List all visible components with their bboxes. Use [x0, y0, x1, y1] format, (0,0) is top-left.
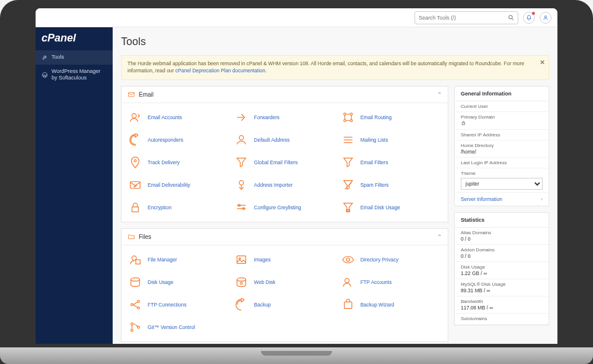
sidebar: cPanel Tools WordPress Manager by Softac… — [36, 27, 113, 344]
alert-link[interactable]: cPanel Deprecation Plan documentation — [176, 68, 266, 74]
tool-default-address[interactable]: Default Address — [232, 130, 336, 149]
sidebar-item-wordpress-manager[interactable]: WordPress Manager by Softaculous — [36, 65, 113, 85]
sidebar-item-label: WordPress Manager by Softaculous — [52, 68, 107, 82]
chevron-right-icon: › — [541, 196, 543, 202]
tool-backup-wizard[interactable]: Backup Wizard — [339, 295, 443, 314]
tool-label: Address Importer — [254, 182, 292, 188]
tool-track-delivery[interactable]: Track Delivery — [126, 153, 230, 172]
svg-point-38 — [131, 329, 133, 331]
wordpress-icon — [42, 72, 48, 78]
stat-alias-domains: Alias Domains0 / 0 — [455, 228, 549, 245]
encryption-icon — [127, 200, 143, 215]
tool-spam-filters[interactable]: Spam Filters — [339, 175, 443, 194]
svg-point-7 — [350, 113, 352, 115]
web-disk-icon — [234, 274, 249, 290]
ftp-connections-icon — [127, 297, 143, 312]
panel-header-email[interactable]: Email ⌃ — [122, 87, 448, 103]
tool-email-accounts[interactable]: Email Accounts — [126, 108, 230, 127]
close-icon[interactable]: ✕ — [540, 58, 545, 67]
tool-label: Email Filters — [361, 159, 388, 165]
account-button[interactable] — [540, 12, 551, 24]
tool-encryption[interactable]: Encryption — [126, 198, 230, 217]
configure-greylisting-icon — [234, 200, 249, 215]
tool-email-disk-usage[interactable]: Email Disk Usage — [339, 198, 443, 217]
autoresponders-icon — [127, 132, 143, 148]
tool-ftp-accounts[interactable]: FTP Accounts — [339, 273, 443, 292]
tool-images[interactable]: Images — [232, 250, 336, 269]
tool-label: FTP Accounts — [361, 279, 392, 285]
notifications-button[interactable] — [523, 12, 535, 24]
address-importer-icon — [234, 177, 249, 193]
tool-label: Disk Usage — [148, 279, 173, 285]
svg-point-32 — [345, 278, 349, 282]
bell-icon — [526, 15, 532, 21]
svg-point-31 — [240, 282, 243, 285]
stat-subdomains: Subdomains — [455, 314, 549, 325]
user-icon — [543, 15, 549, 21]
panel-header-files[interactable]: Files ⌃ — [122, 229, 448, 245]
tool-configure-greylisting[interactable]: Configure Greylisting — [232, 198, 336, 217]
theme-select[interactable]: jupiter — [461, 178, 543, 190]
tool-email-filters[interactable]: Email Filters — [339, 153, 443, 172]
topbar — [36, 8, 557, 27]
tool-label: Spam Filters — [361, 182, 389, 188]
search-wrap — [415, 11, 551, 24]
tool-label: Email Accounts — [148, 114, 182, 120]
tool-email-routing[interactable]: Email Routing — [339, 108, 443, 127]
stat-addon-domains: Addon Domains0 / 0 — [455, 245, 549, 262]
svg-rect-18 — [132, 207, 139, 212]
tool-directory-privacy[interactable]: Directory Privacy — [339, 250, 443, 269]
panel-title: Files — [139, 234, 151, 240]
email-accounts-icon — [127, 110, 143, 125]
server-information-link[interactable]: Server Information › — [455, 193, 549, 206]
backup-wizard-icon — [340, 297, 356, 312]
stat-disk-usage: Disk Usage1.22 GB / ∞ — [455, 262, 549, 279]
svg-point-34 — [138, 300, 140, 302]
tool-autoresponders[interactable]: Autoresponders — [126, 130, 230, 149]
tool-mailing-lists[interactable]: Mailing Lists — [339, 130, 443, 149]
images-icon — [234, 252, 249, 267]
panel-email: Email ⌃ Email AccountsForwardersEmail Ro… — [121, 86, 448, 222]
svg-rect-15 — [130, 181, 141, 188]
tool-label: Mailing Lists — [361, 137, 388, 143]
svg-point-6 — [343, 113, 346, 115]
tool-label: Git™ Version Control — [148, 324, 195, 330]
tool-label: Global Email Filters — [254, 159, 298, 165]
tool-ftp-connections[interactable]: FTP Connections — [126, 295, 230, 314]
svg-rect-26 — [237, 256, 246, 263]
info-current-user: Current User — [455, 101, 549, 112]
brand-text: cPanel — [42, 32, 76, 44]
svg-point-16 — [240, 180, 244, 184]
sidebar-item-label: Tools — [52, 54, 64, 61]
tool-address-importer[interactable]: Address Importer — [232, 175, 336, 194]
svg-point-33 — [131, 304, 133, 306]
chevron-up-icon: ⌃ — [437, 234, 442, 240]
sidebar-item-tools[interactable]: Tools — [36, 50, 113, 65]
tool-forwarders[interactable]: Forwarders — [232, 108, 336, 127]
stat-mysql-disk-usage: MySQL® Disk Usage89.31 MB / ∞ — [455, 279, 549, 296]
wrench-icon — [42, 54, 48, 60]
tool-label: Default Address — [254, 137, 289, 143]
track-delivery-icon — [127, 155, 143, 170]
panel-title: Email — [139, 91, 154, 98]
tool-web-disk[interactable]: Web Disk — [232, 273, 336, 292]
svg-point-30 — [237, 277, 246, 281]
ftp-accounts-icon — [340, 274, 356, 290]
tool-file-manager[interactable]: File Manager — [126, 250, 230, 269]
tool-disk-usage[interactable]: Disk Usage — [126, 273, 230, 292]
mail-icon — [127, 91, 135, 98]
panel-general-info: General Information Current User Primary… — [454, 86, 549, 206]
tool-email-deliverability[interactable]: Email Deliverability — [126, 175, 230, 194]
tool-git-version-control[interactable]: Git™ Version Control — [126, 318, 230, 337]
tool-label: Web Disk — [254, 279, 275, 285]
email-filters-icon — [340, 155, 356, 170]
tool-label: Autoresponders — [148, 137, 183, 143]
tool-backup[interactable]: Backup — [232, 295, 336, 314]
search-input[interactable] — [415, 11, 518, 24]
disk-usage-icon — [127, 274, 143, 290]
tool-label: FTP Connections — [148, 302, 187, 308]
info-primary-domain: Primary Domain — [455, 112, 549, 130]
email-routing-icon — [340, 110, 356, 125]
tool-global-email-filters[interactable]: Global Email Filters — [232, 153, 336, 172]
alert-text-end: . — [265, 68, 266, 74]
